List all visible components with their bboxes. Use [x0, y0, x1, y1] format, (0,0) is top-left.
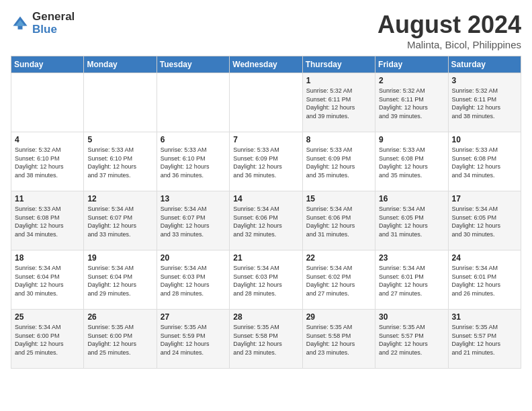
calendar-day-cell: 28Sunrise: 5:35 AM Sunset: 5:58 PM Dayli… [230, 310, 302, 369]
day-number: 10 [452, 135, 517, 144]
day-number: 7 [233, 135, 298, 144]
day-number: 27 [161, 312, 226, 322]
calendar-day-cell: 23Sunrise: 5:34 AM Sunset: 6:01 PM Dayli… [375, 250, 448, 310]
calendar-day-cell: 14Sunrise: 5:34 AM Sunset: 6:06 PM Dayli… [230, 191, 302, 250]
day-number: 21 [233, 253, 298, 263]
day-detail: Sunrise: 5:32 AM Sunset: 6:11 PM Dayligh… [306, 87, 371, 120]
day-detail: Sunrise: 5:34 AM Sunset: 6:06 PM Dayligh… [306, 205, 371, 238]
calendar-day-cell [230, 73, 302, 132]
calendar-day-cell: 6Sunrise: 5:33 AM Sunset: 6:10 PM Daylig… [157, 132, 229, 191]
calendar-day-cell: 7Sunrise: 5:33 AM Sunset: 6:09 PM Daylig… [230, 132, 302, 191]
day-number: 1 [306, 76, 371, 85]
logo-blue-text: Blue [32, 24, 75, 36]
calendar-day-cell: 12Sunrise: 5:34 AM Sunset: 6:07 PM Dayli… [84, 191, 157, 250]
day-detail: Sunrise: 5:34 AM Sunset: 6:05 PM Dayligh… [452, 205, 517, 238]
day-number: 2 [379, 76, 444, 85]
day-number: 18 [15, 253, 80, 263]
calendar-day-cell: 15Sunrise: 5:34 AM Sunset: 6:06 PM Dayli… [302, 191, 375, 250]
day-number: 31 [452, 312, 517, 322]
day-detail: Sunrise: 5:34 AM Sunset: 6:04 PM Dayligh… [15, 264, 80, 298]
calendar-day-cell: 20Sunrise: 5:34 AM Sunset: 6:03 PM Dayli… [157, 250, 229, 310]
calendar-day-cell: 29Sunrise: 5:35 AM Sunset: 5:58 PM Dayli… [302, 310, 375, 369]
logo-general-text: General [32, 11, 75, 24]
day-number: 28 [233, 312, 298, 322]
day-detail: Sunrise: 5:33 AM Sunset: 6:08 PM Dayligh… [452, 146, 517, 179]
day-detail: Sunrise: 5:34 AM Sunset: 6:07 PM Dayligh… [161, 205, 226, 238]
svg-rect-2 [18, 26, 23, 29]
day-detail: Sunrise: 5:35 AM Sunset: 5:59 PM Dayligh… [161, 323, 226, 357]
calendar-week-row: 18Sunrise: 5:34 AM Sunset: 6:04 PM Dayli… [11, 250, 521, 310]
day-detail: Sunrise: 5:35 AM Sunset: 5:57 PM Dayligh… [379, 323, 444, 357]
day-number: 26 [87, 312, 152, 322]
day-number: 12 [87, 194, 152, 203]
day-detail: Sunrise: 5:33 AM Sunset: 6:09 PM Dayligh… [306, 146, 371, 179]
calendar-day-cell: 13Sunrise: 5:34 AM Sunset: 6:07 PM Dayli… [157, 191, 229, 250]
day-detail: Sunrise: 5:35 AM Sunset: 5:58 PM Dayligh… [306, 323, 371, 357]
calendar-day-cell: 5Sunrise: 5:33 AM Sunset: 6:10 PM Daylig… [84, 132, 157, 191]
calendar-day-cell: 16Sunrise: 5:34 AM Sunset: 6:05 PM Dayli… [375, 191, 448, 250]
day-detail: Sunrise: 5:34 AM Sunset: 6:01 PM Dayligh… [379, 264, 444, 298]
day-detail: Sunrise: 5:33 AM Sunset: 6:09 PM Dayligh… [233, 146, 298, 179]
day-detail: Sunrise: 5:35 AM Sunset: 5:58 PM Dayligh… [233, 323, 298, 357]
day-detail: Sunrise: 5:34 AM Sunset: 6:03 PM Dayligh… [233, 264, 298, 298]
calendar-day-cell: 22Sunrise: 5:34 AM Sunset: 6:02 PM Dayli… [302, 250, 375, 310]
day-detail: Sunrise: 5:32 AM Sunset: 6:11 PM Dayligh… [452, 87, 517, 120]
logo: General Blue [11, 11, 75, 36]
day-number: 17 [452, 194, 517, 203]
calendar-day-cell [84, 73, 157, 132]
calendar-week-row: 11Sunrise: 5:33 AM Sunset: 6:08 PM Dayli… [11, 191, 521, 250]
calendar-day-cell: 3Sunrise: 5:32 AM Sunset: 6:11 PM Daylig… [448, 73, 521, 132]
calendar-body: 1Sunrise: 5:32 AM Sunset: 6:11 PM Daylig… [11, 73, 521, 369]
title-block: August 2024 Malinta, Bicol, Philippines [378, 11, 521, 50]
day-header: Monday [84, 56, 157, 73]
day-number: 20 [161, 253, 226, 263]
day-number: 25 [15, 312, 80, 322]
calendar-day-cell: 17Sunrise: 5:34 AM Sunset: 6:05 PM Dayli… [448, 191, 521, 250]
day-number: 19 [87, 253, 152, 263]
page-header: General Blue August 2024 Malinta, Bicol,… [11, 11, 521, 50]
day-detail: Sunrise: 5:35 AM Sunset: 6:00 PM Dayligh… [87, 323, 152, 357]
calendar-day-cell: 24Sunrise: 5:34 AM Sunset: 6:01 PM Dayli… [448, 250, 521, 310]
day-detail: Sunrise: 5:33 AM Sunset: 6:08 PM Dayligh… [379, 146, 444, 179]
day-number: 30 [379, 312, 444, 322]
day-number: 6 [161, 135, 226, 144]
day-number: 13 [161, 194, 226, 203]
day-detail: Sunrise: 5:34 AM Sunset: 6:04 PM Dayligh… [87, 264, 152, 298]
calendar-day-cell [157, 73, 229, 132]
calendar-day-cell: 9Sunrise: 5:33 AM Sunset: 6:08 PM Daylig… [375, 132, 448, 191]
day-detail: Sunrise: 5:34 AM Sunset: 6:01 PM Dayligh… [452, 264, 517, 298]
calendar-day-cell: 21Sunrise: 5:34 AM Sunset: 6:03 PM Dayli… [230, 250, 302, 310]
calendar-day-cell: 10Sunrise: 5:33 AM Sunset: 6:08 PM Dayli… [448, 132, 521, 191]
calendar-day-cell: 25Sunrise: 5:34 AM Sunset: 6:00 PM Dayli… [11, 310, 84, 369]
day-number: 24 [452, 253, 517, 263]
day-number: 5 [87, 135, 152, 144]
month-title: August 2024 [378, 11, 521, 39]
day-number: 4 [15, 135, 80, 144]
calendar-week-row: 25Sunrise: 5:34 AM Sunset: 6:00 PM Dayli… [11, 310, 521, 369]
day-header: Wednesday [230, 56, 302, 73]
day-detail: Sunrise: 5:34 AM Sunset: 6:00 PM Dayligh… [15, 323, 80, 357]
calendar-header-row: SundayMondayTuesdayWednesdayThursdayFrid… [11, 56, 521, 73]
day-detail: Sunrise: 5:34 AM Sunset: 6:05 PM Dayligh… [379, 205, 444, 238]
logo-text: General Blue [32, 11, 75, 36]
calendar-week-row: 1Sunrise: 5:32 AM Sunset: 6:11 PM Daylig… [11, 73, 521, 132]
location-title: Malinta, Bicol, Philippines [378, 39, 521, 50]
calendar-day-cell [11, 73, 84, 132]
calendar-day-cell: 1Sunrise: 5:32 AM Sunset: 6:11 PM Daylig… [302, 73, 375, 132]
day-detail: Sunrise: 5:33 AM Sunset: 6:10 PM Dayligh… [87, 146, 152, 179]
calendar-day-cell: 11Sunrise: 5:33 AM Sunset: 6:08 PM Dayli… [11, 191, 84, 250]
day-header: Thursday [302, 56, 375, 73]
day-number: 9 [379, 135, 444, 144]
day-number: 23 [379, 253, 444, 263]
day-detail: Sunrise: 5:34 AM Sunset: 6:02 PM Dayligh… [306, 264, 371, 298]
calendar-table: SundayMondayTuesdayWednesdayThursdayFrid… [11, 56, 521, 369]
day-number: 15 [306, 194, 371, 203]
day-header: Saturday [448, 56, 521, 73]
day-detail: Sunrise: 5:32 AM Sunset: 6:11 PM Dayligh… [379, 87, 444, 120]
day-detail: Sunrise: 5:34 AM Sunset: 6:03 PM Dayligh… [161, 264, 226, 298]
day-detail: Sunrise: 5:35 AM Sunset: 5:57 PM Dayligh… [452, 323, 517, 357]
logo-icon [11, 14, 30, 33]
calendar-day-cell: 27Sunrise: 5:35 AM Sunset: 5:59 PM Dayli… [157, 310, 229, 369]
day-number: 29 [306, 312, 371, 322]
calendar-day-cell: 30Sunrise: 5:35 AM Sunset: 5:57 PM Dayli… [375, 310, 448, 369]
